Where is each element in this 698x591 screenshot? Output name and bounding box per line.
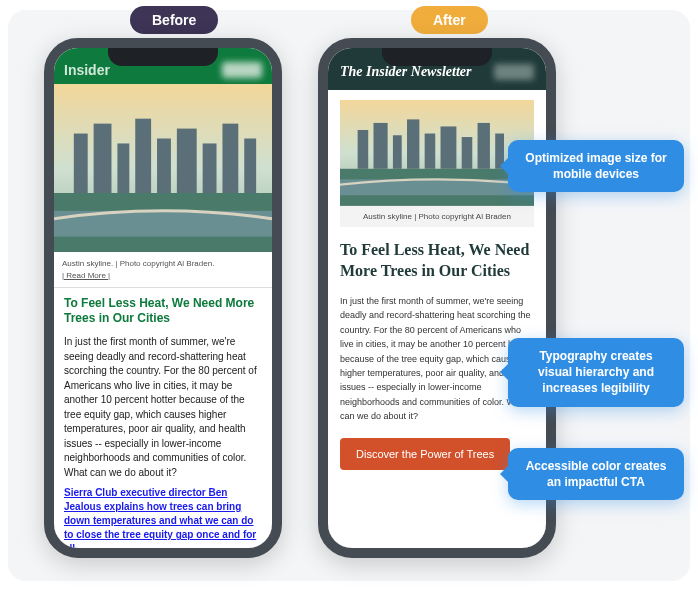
article-heading-before: To Feel Less Heat, We Need More Trees in… — [54, 288, 272, 331]
svg-rect-19 — [425, 134, 436, 169]
svg-rect-17 — [393, 135, 402, 169]
hero-image-before — [54, 84, 272, 252]
phone-mockup-before: Insider — [44, 38, 282, 558]
svg-rect-18 — [407, 119, 419, 168]
svg-rect-5 — [117, 143, 129, 193]
newsletter-title-after: The Insider Newsletter — [340, 64, 471, 80]
svg-rect-21 — [462, 137, 473, 169]
newsletter-title-before: Insider — [64, 62, 110, 78]
header-logo-blur — [494, 64, 534, 80]
svg-rect-7 — [157, 138, 171, 193]
svg-rect-9 — [203, 143, 217, 193]
svg-rect-15 — [358, 130, 369, 169]
after-label-pill: After — [411, 6, 488, 34]
hero-image-after — [340, 100, 534, 206]
article-body-before: In just the first month of summer, we're… — [54, 331, 272, 486]
caption-readmore-link[interactable]: | Read More | — [62, 271, 110, 280]
svg-rect-10 — [222, 124, 238, 193]
svg-rect-20 — [441, 126, 457, 168]
callout-cta-color: Accessible color creates an impactful CT… — [508, 448, 684, 500]
cta-button-after[interactable]: Discover the Power of Trees — [340, 438, 510, 470]
comparison-canvas: Before After Insider — [8, 10, 690, 581]
before-label-pill: Before — [130, 6, 218, 34]
callout-text-1: Optimized image size for mobile devices — [525, 151, 666, 181]
svg-rect-3 — [74, 134, 88, 193]
callout-typography: Typography creates visual hierarchy and … — [508, 338, 684, 407]
svg-rect-11 — [244, 138, 256, 193]
phone-notch — [382, 48, 492, 66]
article-heading-after: To Feel Less Heat, We Need More Trees in… — [328, 227, 546, 288]
caption-text-before: Austin skyline. | Photo copyright Al Bra… — [62, 259, 214, 268]
image-caption-after: Austin skyline | Photo copyright Al Brad… — [340, 206, 534, 227]
svg-rect-22 — [478, 123, 490, 169]
image-caption-before: Austin skyline. | Photo copyright Al Bra… — [54, 252, 272, 287]
phone-screen-before: Insider — [54, 48, 272, 548]
callout-text-2: Typography creates visual hierarchy and … — [538, 349, 654, 395]
svg-rect-4 — [94, 124, 112, 193]
after-label-text: After — [433, 12, 466, 28]
svg-rect-6 — [135, 119, 151, 193]
header-logo-blur — [222, 62, 262, 78]
callout-text-3: Accessible color creates an impactful CT… — [526, 459, 667, 489]
phone-notch — [108, 48, 218, 66]
svg-rect-8 — [177, 129, 197, 193]
before-label-text: Before — [152, 12, 196, 28]
callout-image-size: Optimized image size for mobile devices — [508, 140, 684, 192]
article-cta-link-before[interactable]: Sierra Club executive director Ben Jealo… — [54, 486, 272, 548]
svg-rect-16 — [374, 123, 388, 169]
